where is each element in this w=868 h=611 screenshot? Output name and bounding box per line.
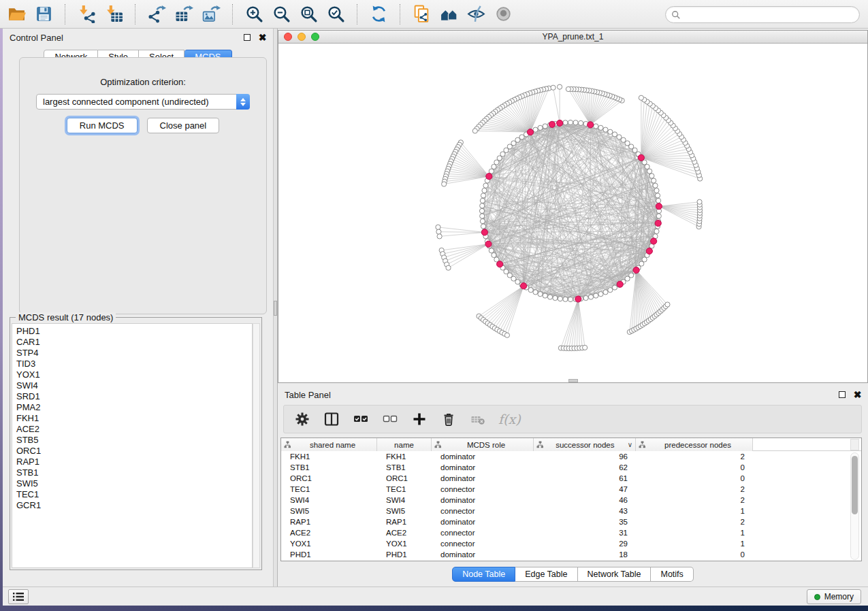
optimization-criterion-select[interactable]: largest connected component (undirected): [36, 94, 250, 110]
close-table-panel-icon[interactable]: ✖: [852, 390, 863, 400]
zoom-out-button[interactable]: [268, 2, 295, 27]
close-panel-button[interactable]: Close panel: [147, 118, 220, 133]
hide-selected-button[interactable]: [462, 2, 489, 27]
export-image-button[interactable]: [197, 2, 225, 27]
table-row[interactable]: SWI4SWI4dominator462: [281, 495, 861, 506]
toolbar-separator: [65, 4, 65, 24]
canvas-grip[interactable]: [568, 379, 578, 382]
import-network-button[interactable]: [73, 2, 100, 27]
select-all-button[interactable]: [352, 410, 370, 428]
cell-predecessor-nodes: 0: [636, 549, 753, 560]
mcds-node-item[interactable]: FKH1: [16, 413, 252, 424]
table-row[interactable]: RAP1RAP1dominator352: [281, 516, 861, 527]
zoom-in-button[interactable]: [240, 2, 268, 27]
mcds-node-item[interactable]: STB5: [16, 435, 252, 446]
network-window-titlebar[interactable]: YPA_prune.txt_1: [278, 31, 867, 44]
memory-button[interactable]: Memory: [807, 589, 861, 604]
export-network-button[interactable]: [143, 2, 170, 27]
cell-predecessor-nodes: 2: [636, 516, 753, 527]
search-field[interactable]: [665, 6, 860, 23]
new-network-from-selection-button[interactable]: [408, 2, 435, 27]
delete-column-button[interactable]: [440, 410, 457, 428]
show-all-button[interactable]: [489, 2, 517, 27]
column-header-predecessor-nodes[interactable]: predecessor nodes: [636, 438, 753, 451]
function-builder-button[interactable]: f(x): [498, 410, 521, 428]
network-canvas[interactable]: [278, 44, 867, 382]
run-mcds-button[interactable]: Run MCDS: [67, 118, 138, 133]
close-panel-icon[interactable]: ✖: [257, 33, 268, 43]
cell-shared-name: ACE2: [281, 527, 377, 538]
first-neighbors-icon: [440, 5, 458, 23]
mcds-node-item[interactable]: GCR1: [16, 500, 252, 511]
mcds-list-scrollbar[interactable]: [253, 323, 260, 568]
table-scrollbar[interactable]: [850, 452, 859, 560]
import-table-button[interactable]: [100, 2, 127, 27]
table-row[interactable]: PHD1PHD1dominator180: [281, 549, 861, 560]
mcds-node-item[interactable]: SRD1: [16, 391, 252, 402]
column-header-MCDS-role[interactable]: MCDS role: [432, 438, 534, 451]
table-row[interactable]: SWI5SWI5connector431: [281, 506, 861, 516]
mcds-node-item[interactable]: CAR1: [16, 337, 252, 348]
desktop-wallpaper: Control Panel ✖ NetworkStyleSelectMCDS O…: [0, 0, 868, 611]
table-row[interactable]: STB1STB1dominator620: [281, 462, 861, 473]
mcds-node-item[interactable]: PHD1: [16, 326, 252, 337]
mcds-result-group: MCDS result (17 nodes) PHD1CAR1STP4TID3Y…: [10, 317, 262, 570]
panel-list-button[interactable]: [8, 589, 29, 604]
split-table-view-button[interactable]: [323, 410, 340, 428]
tab-node-table[interactable]: Node Table: [452, 567, 515, 582]
table-row[interactable]: ORC1ORC1dominator610: [281, 473, 861, 484]
splitter-grip[interactable]: [274, 301, 277, 316]
mcds-node-item[interactable]: ORC1: [16, 446, 252, 457]
cell-predecessor-nodes: 1: [636, 538, 753, 549]
mcds-node-item[interactable]: TID3: [16, 359, 252, 369]
tab-edge-table[interactable]: Edge Table: [515, 567, 577, 582]
delete-table-button[interactable]: [469, 410, 487, 428]
table-settings-button[interactable]: [293, 410, 311, 428]
column-header-shared-name[interactable]: shared name: [281, 438, 377, 451]
list-icon: [12, 592, 25, 601]
mcds-node-item[interactable]: STP4: [16, 348, 252, 359]
mcds-node-item[interactable]: RAP1: [16, 457, 252, 467]
column-header-successor-nodes[interactable]: successor nodes∨: [534, 438, 636, 451]
add-column-button[interactable]: [411, 410, 428, 428]
column-namespace-icon: [639, 441, 646, 448]
mcds-node-item[interactable]: SWI5: [16, 478, 252, 489]
mcds-node-item[interactable]: TEC1: [16, 489, 252, 500]
table-scrollbar-thumb[interactable]: [852, 456, 858, 514]
vertical-splitter[interactable]: [273, 29, 278, 587]
zoom-fit-button[interactable]: [295, 2, 322, 27]
cell-MCDS-role: dominator: [432, 549, 534, 560]
refresh-view-button[interactable]: [365, 2, 392, 27]
table-row[interactable]: TEC1TEC1connector472: [281, 484, 861, 495]
first-neighbors-button[interactable]: [435, 2, 462, 27]
save-session-button[interactable]: [30, 2, 57, 27]
column-header-name[interactable]: name: [377, 438, 432, 451]
mcds-result-list[interactable]: PHD1CAR1STP4TID3YOX1SWI4SRD1PMA2FKH1ACE2…: [12, 323, 253, 568]
mcds-node-item[interactable]: ACE2: [16, 424, 252, 435]
mcds-node-item[interactable]: SWI4: [16, 380, 252, 391]
mcds-node-item[interactable]: YOX1: [16, 369, 252, 380]
float-panel-icon[interactable]: [242, 33, 252, 43]
mcds-node-item[interactable]: STB1: [16, 467, 252, 478]
cell-name: SWI5: [377, 506, 432, 516]
cell-name: ACE2: [377, 527, 432, 538]
control-panel-title: Control Panel: [10, 33, 63, 43]
export-table-button[interactable]: [170, 2, 197, 27]
mcds-node-item[interactable]: PMA2: [16, 402, 252, 413]
search-input[interactable]: [681, 8, 859, 22]
tab-network-table[interactable]: Network Table: [578, 567, 652, 582]
table-row[interactable]: ACE2ACE2connector311: [281, 527, 861, 538]
zoom-selected-button[interactable]: [322, 2, 349, 27]
tab-motifs[interactable]: Motifs: [651, 567, 693, 582]
open-file-button[interactable]: [3, 2, 30, 27]
deselect-all-button[interactable]: [381, 410, 399, 428]
float-table-panel-icon[interactable]: [837, 390, 847, 400]
table-row[interactable]: YOX1YOX1connector291: [281, 538, 861, 549]
cell-shared-name: YOX1: [281, 538, 377, 549]
cell-predecessor-nodes: 0: [636, 462, 753, 473]
zoom-fit-icon: [300, 5, 318, 23]
table-row[interactable]: FKH1FKH1dominator962: [281, 451, 861, 462]
cell-MCDS-role: dominator: [432, 495, 534, 506]
zoom-in-icon: [245, 5, 263, 23]
table-toolbar: f(x): [283, 405, 862, 433]
